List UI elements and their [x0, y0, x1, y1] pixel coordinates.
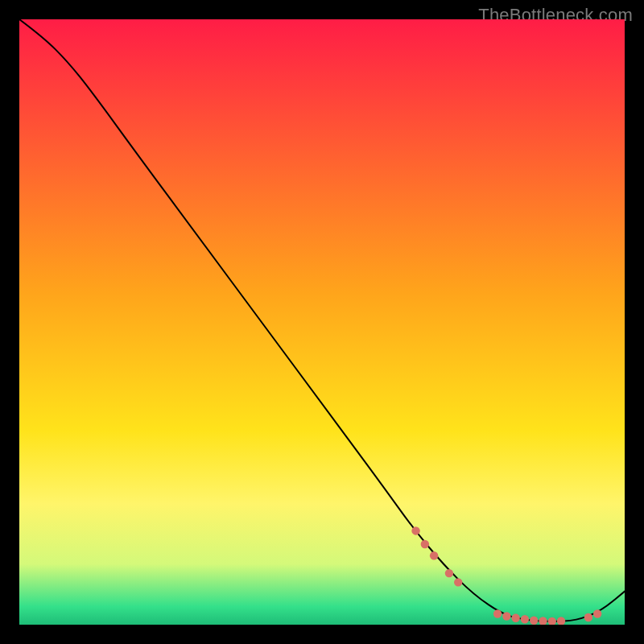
marker-dot — [530, 617, 538, 625]
marker-dot — [493, 609, 502, 617]
marker-dot — [584, 613, 592, 621]
chart-page: TheBottleneck.com — [0, 0, 644, 644]
chart-svg — [19, 19, 625, 625]
marker-dot — [521, 615, 529, 623]
marker-dot — [430, 551, 438, 559]
marker-dot — [511, 614, 519, 622]
marker-dot — [502, 612, 510, 620]
marker-dot — [411, 526, 419, 535]
plot-area — [19, 19, 625, 625]
marker-dot — [421, 540, 429, 548]
marker-dot — [593, 609, 601, 617]
marker-dot — [445, 569, 453, 577]
marker-dot — [454, 578, 462, 586]
chart-background — [19, 19, 625, 625]
